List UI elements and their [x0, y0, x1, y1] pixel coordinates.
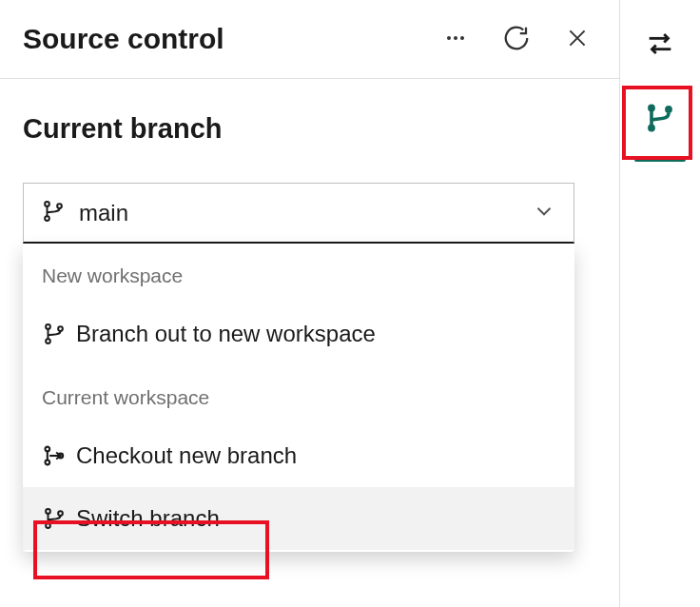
svg-point-2: [460, 36, 464, 40]
section-title: Current branch: [23, 113, 596, 145]
source-control-rail-button[interactable]: [626, 93, 694, 169]
svg-point-4: [45, 216, 49, 221]
content-area: Current branch main New workspace Branch…: [0, 79, 619, 575]
git-branch-icon: [643, 101, 677, 139]
close-icon: [565, 26, 590, 53]
svg-point-6: [46, 324, 50, 329]
menu-heading-new-workspace: New workspace: [23, 244, 574, 303]
swap-icon: [644, 28, 676, 64]
header-actions: [440, 24, 593, 54]
git-branch-icon: [42, 506, 76, 531]
pane-title: Source control: [23, 23, 440, 55]
svg-point-5: [57, 204, 62, 208]
active-indicator: [634, 158, 686, 162]
right-rail: [620, 0, 700, 607]
svg-point-3: [45, 202, 49, 206]
branch-dropdown[interactable]: main: [23, 183, 574, 244]
menu-item-label: Checkout new branch: [76, 442, 555, 469]
svg-point-14: [58, 511, 63, 516]
svg-point-7: [46, 339, 50, 343]
menu-item-branch-out[interactable]: Branch out to new workspace: [23, 303, 574, 365]
chevron-down-icon: [532, 199, 556, 227]
svg-point-9: [46, 447, 50, 452]
svg-point-16: [648, 125, 655, 132]
pane-header: Source control: [0, 0, 619, 79]
git-branch-icon: [41, 199, 66, 227]
svg-point-13: [46, 523, 50, 528]
refresh-button[interactable]: [501, 24, 532, 54]
menu-item-switch-branch[interactable]: Switch branch: [23, 487, 574, 550]
svg-point-12: [46, 509, 50, 514]
svg-point-8: [58, 326, 63, 331]
svg-point-10: [46, 460, 50, 465]
git-checkout-icon: [42, 442, 76, 469]
svg-point-17: [665, 106, 672, 113]
branch-dropdown-menu: New workspace Branch out to new workspac…: [23, 244, 574, 552]
source-control-pane: Source control Current branch: [0, 0, 620, 607]
menu-heading-current-workspace: Current workspace: [23, 365, 574, 424]
menu-item-checkout[interactable]: Checkout new branch: [23, 424, 574, 487]
svg-point-1: [454, 36, 457, 40]
swap-button[interactable]: [641, 27, 679, 65]
menu-item-label: Branch out to new workspace: [76, 321, 555, 347]
refresh-icon: [502, 24, 531, 55]
more-icon: [444, 27, 467, 52]
more-button[interactable]: [440, 24, 471, 54]
selected-branch-label: main: [79, 200, 532, 226]
git-branch-icon: [42, 322, 76, 346]
svg-point-15: [648, 105, 655, 112]
close-button[interactable]: [562, 24, 593, 54]
menu-item-label: Switch branch: [76, 505, 555, 532]
svg-point-0: [447, 36, 451, 40]
